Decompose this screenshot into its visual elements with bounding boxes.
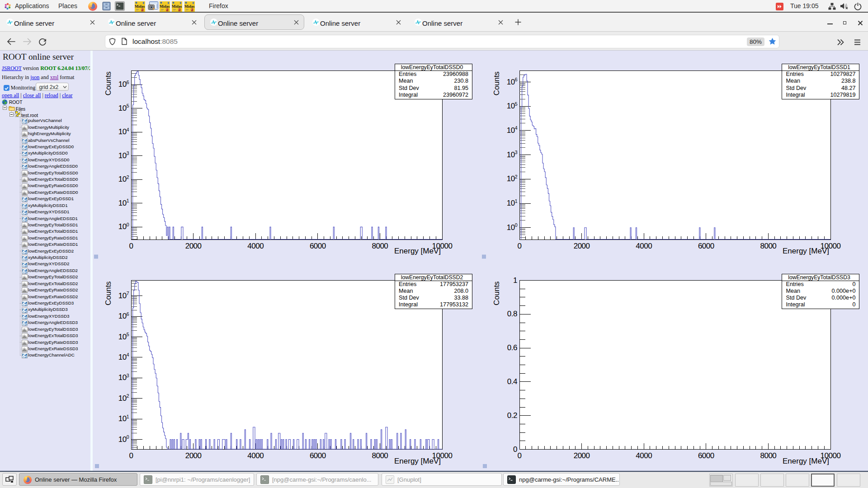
svg-text:101: 101	[507, 198, 518, 208]
svg-text:1: 1	[513, 276, 517, 285]
svg-text:100: 100	[118, 222, 129, 231]
svg-text:Energy [MeV]: Energy [MeV]	[783, 247, 829, 255]
svg-text:0.8: 0.8	[507, 310, 517, 318]
svg-text:33.88: 33.88	[454, 295, 468, 301]
svg-text:4000: 4000	[247, 242, 264, 250]
svg-text:104: 104	[507, 125, 518, 135]
svg-text:102: 102	[118, 393, 129, 403]
svg-text:101: 101	[118, 198, 129, 207]
svg-text:0: 0	[518, 242, 522, 250]
svg-text:0: 0	[852, 281, 855, 287]
svg-text:lowEnergyEyTotalDSSD2: lowEnergyEyTotalDSSD2	[401, 274, 463, 281]
svg-text:6000: 6000	[310, 242, 326, 250]
svg-text:105: 105	[507, 101, 518, 111]
svg-text:Midas: Midas	[184, 4, 195, 9]
svg-text:106: 106	[118, 80, 129, 89]
svg-text:2000: 2000	[574, 242, 590, 250]
svg-text:4000: 4000	[636, 451, 652, 460]
svg-text:0.4: 0.4	[507, 377, 517, 386]
svg-text:Midas: Midas	[160, 4, 170, 9]
svg-text:Energy [MeV]: Energy [MeV]	[783, 457, 829, 465]
svg-text:106: 106	[507, 77, 518, 86]
svg-text:8000: 8000	[760, 242, 776, 250]
svg-text:23960988: 23960988	[443, 71, 468, 77]
svg-text:Std Dev: Std Dev	[399, 295, 420, 301]
svg-text:Counts: Counts	[104, 71, 113, 95]
svg-text:Integral: Integral	[786, 92, 805, 98]
svg-text:105: 105	[118, 332, 129, 341]
svg-text:Counts: Counts	[492, 71, 501, 95]
svg-text:104: 104	[118, 352, 129, 361]
svg-text:6000: 6000	[310, 451, 326, 460]
svg-text:Integral: Integral	[399, 301, 418, 308]
svg-text:0: 0	[852, 301, 855, 308]
svg-text:Energy [MeV]: Energy [MeV]	[394, 457, 441, 465]
svg-text:0: 0	[129, 242, 133, 250]
svg-text:23960972: 23960972	[443, 92, 468, 98]
svg-text:Std Dev: Std Dev	[786, 85, 807, 91]
svg-text:0.000e+0: 0.000e+0	[832, 295, 856, 301]
svg-text:177953237: 177953237	[440, 281, 468, 287]
svg-text:100: 100	[507, 222, 518, 232]
svg-text:102: 102	[118, 174, 129, 184]
svg-text:Counts: Counts	[104, 282, 113, 305]
svg-text:Mean: Mean	[399, 288, 413, 294]
svg-text:Mean: Mean	[399, 78, 413, 84]
svg-text:103: 103	[507, 150, 518, 159]
svg-text:102: 102	[507, 174, 518, 183]
svg-text:Midas: Midas	[135, 4, 145, 9]
svg-text:10279819: 10279819	[830, 92, 855, 98]
svg-text:208.0: 208.0	[454, 288, 468, 294]
svg-text:177953132: 177953132	[440, 301, 468, 308]
svg-text:6000: 6000	[698, 242, 714, 250]
svg-text:lowEnergyEyTotalDSSD1: lowEnergyEyTotalDSSD1	[788, 64, 850, 70]
svg-text:Std Dev: Std Dev	[399, 85, 420, 91]
svg-text:101: 101	[118, 414, 129, 423]
svg-text:Std Dev: Std Dev	[786, 295, 807, 301]
svg-text:6000: 6000	[698, 451, 714, 460]
svg-text:Integral: Integral	[786, 301, 805, 308]
svg-text:0.6: 0.6	[507, 343, 517, 352]
svg-text:2000: 2000	[185, 242, 202, 250]
svg-text:107: 107	[118, 291, 129, 300]
svg-text:Mean: Mean	[786, 78, 801, 84]
svg-text:Entries: Entries	[786, 71, 804, 77]
svg-text:lowEnergyEyTotalDSSD0: lowEnergyEyTotalDSSD0	[401, 64, 463, 70]
svg-text:0.000e+0: 0.000e+0	[832, 288, 856, 294]
svg-text:103: 103	[118, 150, 129, 160]
svg-text:104: 104	[118, 127, 129, 136]
svg-text:10279827: 10279827	[830, 71, 855, 77]
svg-text:Entries: Entries	[786, 281, 804, 287]
svg-text:238.8: 238.8	[841, 78, 856, 84]
svg-text:Entries: Entries	[399, 281, 416, 287]
svg-text:0: 0	[129, 451, 133, 460]
svg-text:0: 0	[518, 451, 522, 460]
svg-text:Integral: Integral	[399, 92, 418, 98]
svg-text:4000: 4000	[636, 242, 652, 250]
svg-text:2000: 2000	[185, 451, 202, 460]
svg-text:0: 0	[513, 445, 517, 454]
svg-text:106: 106	[118, 311, 129, 321]
svg-text:81.95: 81.95	[454, 85, 468, 91]
svg-text:8000: 8000	[372, 451, 388, 460]
svg-text:4000: 4000	[247, 451, 264, 460]
svg-text:48.27: 48.27	[841, 85, 856, 91]
svg-text:230.8: 230.8	[454, 78, 468, 84]
svg-text:Entries: Entries	[399, 71, 416, 77]
svg-text:8000: 8000	[372, 242, 388, 250]
svg-text:Counts: Counts	[492, 282, 501, 305]
svg-text:2000: 2000	[574, 451, 590, 460]
svg-text:Midas: Midas	[172, 4, 182, 9]
svg-text:lowEnergyEyTotalDSSD3: lowEnergyEyTotalDSSD3	[788, 274, 850, 281]
svg-text:Energy [MeV]: Energy [MeV]	[394, 247, 441, 255]
svg-text:8000: 8000	[760, 451, 776, 460]
svg-text:Mean: Mean	[786, 288, 801, 294]
svg-text:100: 100	[118, 434, 129, 444]
svg-text:0.2: 0.2	[507, 411, 517, 420]
svg-text:103: 103	[118, 373, 129, 382]
svg-text:105: 105	[118, 103, 129, 113]
